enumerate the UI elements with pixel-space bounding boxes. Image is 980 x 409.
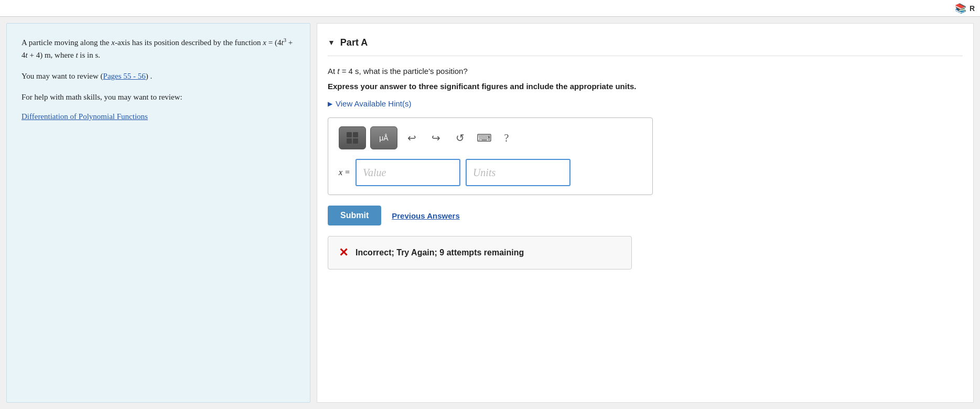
review-link[interactable]: Pages 55 - 56 bbox=[103, 72, 146, 80]
top-bar: 📚 R bbox=[0, 0, 980, 17]
toolbar: μÅ ↩ ↪ ↺ ⌨ ? bbox=[339, 126, 642, 149]
book-icon: 📚 bbox=[955, 3, 966, 14]
undo-button[interactable]: ↩ bbox=[402, 128, 422, 148]
answer-box: μÅ ↩ ↪ ↺ ⌨ ? x = bbox=[328, 117, 653, 195]
left-panel: A particle moving along the x-axis has i… bbox=[6, 23, 310, 403]
input-row: x = bbox=[339, 159, 642, 186]
help-button[interactable]: ? bbox=[498, 130, 515, 146]
diff-link[interactable]: Differentiation of Polynomial Functions bbox=[21, 112, 148, 121]
units-input[interactable] bbox=[466, 159, 570, 186]
r-label: R bbox=[970, 4, 975, 13]
submit-button[interactable]: Submit bbox=[328, 206, 381, 225]
error-box: ✕ Incorrect; Try Again; 9 attempts remai… bbox=[328, 236, 632, 270]
hint-triangle-icon: ▶ bbox=[328, 100, 332, 107]
mu-button[interactable]: μÅ bbox=[370, 126, 397, 149]
review-text: You may want to review (Pages 55 - 56) . bbox=[21, 70, 295, 82]
grid-button[interactable] bbox=[339, 126, 366, 149]
error-x-icon: ✕ bbox=[339, 246, 348, 260]
top-bar-icons: 📚 R bbox=[955, 3, 975, 14]
hint-label: View Available Hint(s) bbox=[336, 99, 412, 108]
problem-text: A particle moving along the x-axis has i… bbox=[21, 36, 295, 61]
keyboard-button[interactable]: ⌨ bbox=[474, 128, 494, 148]
grid-icon bbox=[347, 132, 358, 144]
mu-label: μÅ bbox=[379, 134, 388, 142]
question-text: At t = 4 s, what is the particle's posit… bbox=[328, 67, 963, 76]
right-panel: ▼ Part A At t = 4 s, what is the particl… bbox=[317, 23, 974, 403]
previous-answers-link[interactable]: Previous Answers bbox=[392, 211, 460, 220]
refresh-button[interactable]: ↺ bbox=[450, 128, 470, 148]
value-input[interactable] bbox=[356, 159, 460, 186]
submit-row: Submit Previous Answers bbox=[328, 206, 963, 225]
error-text: Incorrect; Try Again; 9 attempts remaini… bbox=[356, 248, 524, 257]
hint-link[interactable]: ▶ View Available Hint(s) bbox=[328, 99, 963, 108]
part-title: Part A bbox=[340, 37, 368, 48]
help-text: For help with math skills, you may want … bbox=[21, 91, 295, 103]
var-label: x = bbox=[339, 168, 350, 177]
main-content: A particle moving along the x-axis has i… bbox=[0, 17, 980, 409]
redo-button[interactable]: ↪ bbox=[426, 128, 446, 148]
instruction-text: Express your answer to three significant… bbox=[328, 82, 963, 91]
part-header: ▼ Part A bbox=[328, 30, 963, 56]
collapse-triangle[interactable]: ▼ bbox=[328, 39, 335, 47]
